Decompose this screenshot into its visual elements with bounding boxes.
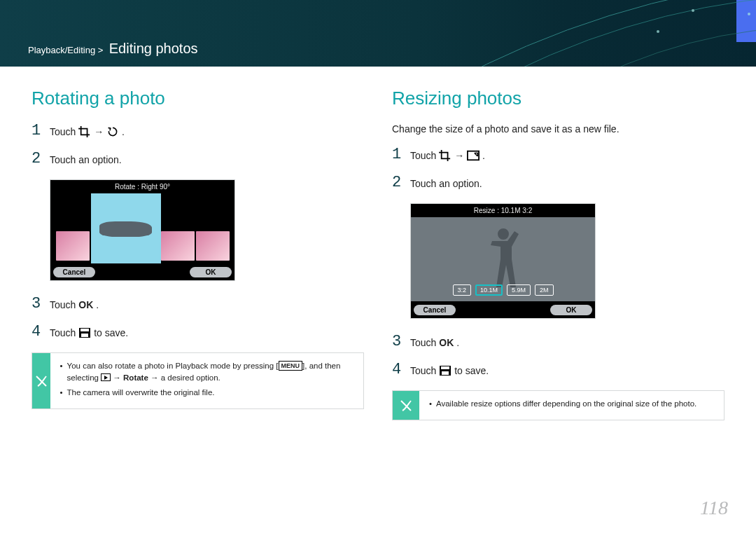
rotate-icon	[106, 126, 119, 137]
arrow: →	[454, 150, 467, 161]
resize-opt-10-1m[interactable]: 10.1M	[475, 284, 503, 296]
tip-line-2: The camera will overwrite the original f…	[60, 387, 354, 399]
page-number: 118	[700, 497, 728, 519]
resize-step-3: 3 Touch OK .	[392, 334, 724, 350]
svg-point-1	[692, 9, 694, 12]
rotate-tip: You can also rotate a photo in Playback …	[31, 352, 364, 409]
breadcrumb: Playback/Editing >	[28, 45, 103, 55]
step-number: 1	[392, 147, 410, 163]
save-icon	[439, 365, 451, 376]
resize-s3-pre: Touch	[410, 337, 439, 348]
step1-text-post: .	[122, 126, 125, 137]
step4-post: to save.	[94, 327, 128, 338]
resize-s3-post: .	[456, 337, 459, 348]
crop-icon	[78, 126, 91, 137]
resize-step-4: 4 Touch to save.	[392, 362, 724, 378]
heading-resizing: Resizing photos	[392, 88, 724, 109]
rotate-step-2: 2 Touch an option.	[31, 151, 364, 167]
resize-step-1: 1 Touch → .	[392, 147, 724, 163]
resize-tip: Available resize options differ dependin…	[392, 390, 724, 420]
step4-pre: Touch	[50, 327, 78, 338]
resize-icon	[467, 150, 479, 161]
save-icon	[78, 327, 91, 338]
step-number: 3	[392, 334, 410, 350]
rotate-shot-caption: Rotate : Right 90°	[50, 180, 234, 193]
resize-s3-ok: OK	[439, 337, 454, 348]
crop-icon	[439, 150, 451, 161]
arrow: →	[94, 126, 106, 137]
rotate-step-4: 4 Touch to save.	[31, 324, 364, 340]
rotate-cancel-button[interactable]: Cancel	[53, 267, 95, 277]
step-number: 2	[392, 175, 410, 191]
step-number: 3	[31, 296, 50, 312]
rotate-ok-button[interactable]: OK	[190, 267, 232, 277]
resize-step-2: 2 Touch an option.	[392, 175, 724, 191]
section-resizing: Resizing photos Change the size of a pho…	[392, 88, 724, 420]
tip-icon	[393, 391, 419, 420]
section-rotating: Rotating a photo 1 Touch → . 2 Touch an …	[31, 88, 364, 420]
header-decoration	[448, 0, 756, 67]
step2-text: Touch an option.	[50, 151, 122, 167]
heading-rotating: Rotating a photo	[31, 88, 364, 109]
resize-s4-post: to save.	[454, 365, 489, 376]
rotate-step-1: 1 Touch → .	[31, 123, 364, 139]
page-header: Playback/Editing > Editing photos	[0, 0, 756, 67]
step3-post: .	[96, 299, 99, 310]
step-number: 4	[31, 324, 50, 340]
resize-intro: Change the size of a photo and save it a…	[392, 123, 724, 135]
resize-opt-3-2[interactable]: 3:2	[452, 284, 471, 296]
step3-ok: OK	[78, 299, 93, 310]
resize-opt-5-9m[interactable]: 5.9M	[507, 284, 531, 296]
resize-s1-post: .	[482, 150, 485, 161]
resize-shot-caption: Resize : 10.1M 3:2	[411, 204, 595, 217]
resize-screenshot: Resize : 10.1M 3:2 3:2 10.1M 5.9M 2M Can…	[410, 203, 596, 319]
rotate-screenshot: Rotate : Right 90° Cancel OK	[50, 179, 235, 281]
resize-ok-button[interactable]: OK	[550, 305, 592, 315]
resize-s4-pre: Touch	[410, 365, 439, 376]
tip-icon	[32, 353, 50, 408]
playback-chip-icon	[101, 373, 111, 381]
step3-pre: Touch	[50, 299, 78, 310]
svg-point-2	[657, 30, 659, 33]
tip-line-1: You can also rotate a photo in Playback …	[60, 360, 354, 384]
svg-rect-5	[80, 329, 89, 331]
step-number: 4	[392, 362, 410, 378]
resize-options: 3:2 10.1M 5.9M 2M	[452, 284, 553, 296]
svg-point-3	[748, 13, 750, 15]
step-number: 2	[31, 151, 50, 167]
page-title: Editing photos	[109, 41, 198, 56]
resize-opt-2m[interactable]: 2M	[535, 284, 554, 296]
resize-cancel-button[interactable]: Cancel	[414, 305, 456, 315]
svg-rect-10	[442, 371, 449, 375]
resize-s1-pre: Touch	[410, 150, 439, 161]
step1-text-pre: Touch	[50, 126, 78, 137]
svg-rect-6	[81, 334, 88, 337]
resize-s2: Touch an option.	[410, 175, 482, 191]
child-silhouette	[479, 223, 528, 293]
step-number: 1	[31, 123, 50, 139]
menu-chip-icon: MENU	[279, 361, 303, 371]
resize-tip-text: Available resize options differ dependin…	[429, 398, 696, 410]
rotate-step-3: 3 Touch OK .	[31, 296, 364, 312]
svg-rect-9	[441, 366, 449, 369]
